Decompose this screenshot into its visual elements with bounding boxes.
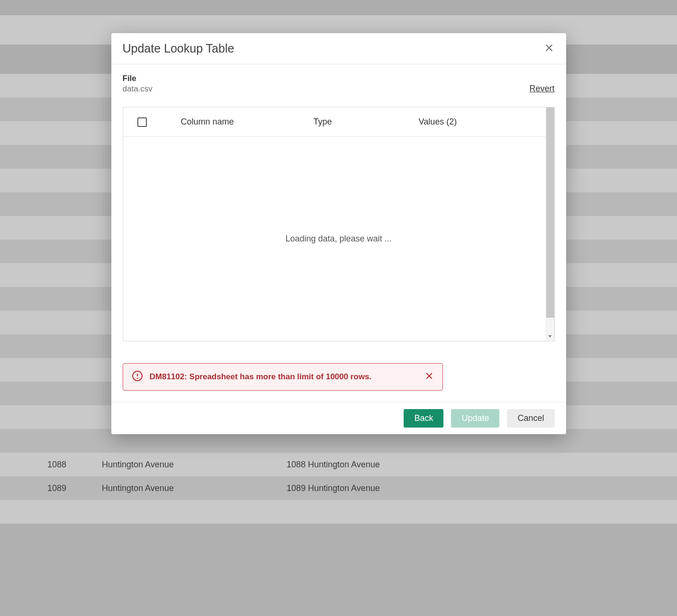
type-header: Type [314,117,419,127]
update-button[interactable]: Update [451,409,499,428]
scroll-thumb[interactable] [546,107,554,318]
modal-overlay: Update Lookup Table File data.csv Revert [0,0,677,616]
file-info: File data.csv [123,74,153,94]
columns-table: Column name Type Values (2) Loading data… [123,107,555,341]
error-alert: DM81102: Spreadsheet has more than limit… [123,363,443,391]
close-icon [544,43,554,55]
cancel-button[interactable]: Cancel [507,409,554,428]
scroll-down-arrow[interactable] [546,332,554,341]
file-row: File data.csv Revert [123,74,555,94]
scroll-spacer [546,318,554,332]
table-header-row: Column name Type Values (2) [123,107,554,137]
file-name: data.csv [123,84,153,94]
table-body: Loading data, please wait ... [123,137,554,341]
scrollbar[interactable] [546,107,554,341]
alert-message: DM81102: Spreadsheet has more than limit… [150,372,424,382]
error-icon [132,370,143,384]
close-button[interactable] [543,43,555,54]
close-icon [424,374,434,382]
file-label: File [123,74,153,83]
back-button[interactable]: Back [404,409,443,428]
loading-text: Loading data, please wait ... [285,234,391,244]
modal-footer: Back Update Cancel [111,402,566,434]
select-all-checkbox[interactable] [137,117,147,127]
update-lookup-table-modal: Update Lookup Table File data.csv Revert [111,33,566,434]
chevron-down-icon [548,334,552,339]
svg-point-5 [137,378,137,379]
revert-link[interactable]: Revert [529,84,554,94]
modal-header: Update Lookup Table [111,33,566,64]
values-header: Values (2) [419,117,543,127]
select-all-cell [135,117,181,127]
modal-body: File data.csv Revert Column name Type Va… [111,64,566,402]
svg-marker-2 [548,335,552,338]
alert-close-button[interactable] [424,371,434,383]
column-name-header: Column name [181,117,314,127]
modal-title: Update Lookup Table [123,42,235,55]
